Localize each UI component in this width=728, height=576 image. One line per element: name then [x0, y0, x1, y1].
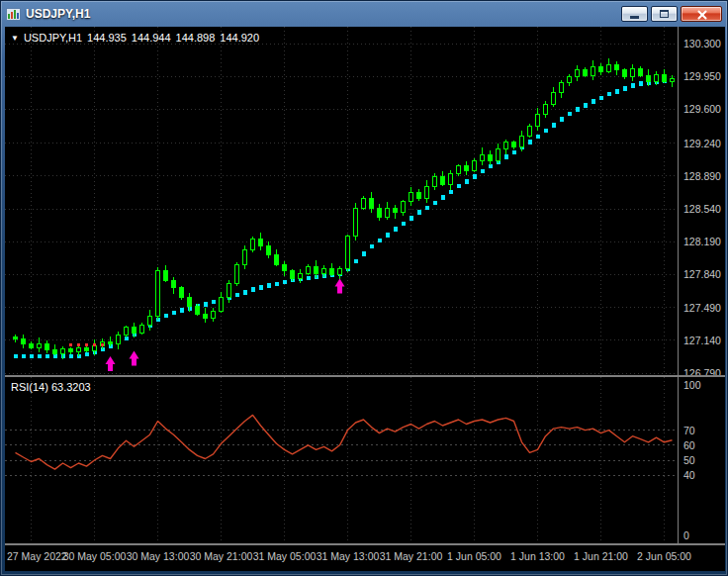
quote-close: 144.920: [220, 32, 259, 44]
price-axis-label: 128.540: [683, 203, 721, 215]
time-axis-label: 30 May 13:00: [127, 550, 190, 562]
window-controls: [618, 6, 722, 22]
price-axis-label: 130.300: [683, 38, 721, 49]
titlebar[interactable]: USDJPY,H1: [1, 1, 727, 27]
minimize-icon: [630, 16, 639, 19]
time-axis-label: 27 May 2022: [7, 550, 67, 562]
quote-open: 144.935: [87, 32, 127, 44]
time-axis-label: 30 May 05:00: [63, 550, 127, 562]
maximize-icon: [660, 10, 669, 18]
rsi-axis-label: 0: [683, 529, 689, 541]
price-axis-label: 129.600: [683, 103, 721, 115]
price-axis-label: 128.890: [683, 170, 721, 182]
rsi-axis-label: 40: [683, 469, 695, 481]
rsi-grid-layer: [5, 377, 678, 543]
price-axis-label: 127.840: [683, 268, 721, 280]
time-axis[interactable]: 27 May 202230 May 05:0030 May 13:0030 Ma…: [5, 545, 725, 571]
symbol-dropdown-icon[interactable]: ▼: [11, 33, 19, 44]
chart-area: ▼ USDJPY,H1 144.935 144.944 144.898 144.…: [5, 27, 725, 571]
signal-dots-layer: [69, 343, 104, 346]
minimize-button[interactable]: [621, 6, 648, 22]
price-axis-label: 129.240: [683, 138, 721, 149]
rsi-axis-label: 50: [683, 454, 695, 466]
time-axis-label: 31 May 05:00: [253, 550, 317, 562]
time-axis-label: 1 Jun 05:00: [447, 550, 501, 562]
time-axis-label: 30 May 21:00: [190, 550, 253, 562]
price-axis-label: 127.140: [683, 335, 721, 346]
window-title: USDJPY,H1: [26, 7, 90, 21]
rsi-axis-label: 70: [683, 425, 695, 436]
maximize-button[interactable]: [651, 6, 678, 22]
quote-low: 144.898: [176, 32, 216, 44]
price-axis-label: 129.950: [683, 70, 721, 82]
price-axis-label: 128.190: [683, 236, 721, 247]
time-axis-label: 1 Jun 21:00: [574, 550, 628, 562]
rsi-axis-label: 100: [683, 379, 701, 391]
rsi-plot: [5, 377, 678, 543]
quote-line: ▼ USDJPY,H1 144.935 144.944 144.898 144.…: [11, 32, 259, 44]
axis-separator: [678, 27, 679, 543]
time-axis-label: 31 May 21:00: [380, 550, 443, 562]
time-axis-label: 1 Jun 13:00: [510, 550, 565, 562]
price-axis-label: 127.490: [683, 302, 721, 314]
rsi-label: RSI(14) 63.3203: [11, 381, 91, 393]
close-button[interactable]: [681, 6, 722, 22]
time-axis-label: 31 May 13:00: [317, 550, 380, 562]
rsi-axis-label: 60: [683, 439, 695, 451]
price-plot: [5, 27, 678, 375]
time-axis-label: 2 Jun 05:00: [637, 550, 691, 562]
close-icon: [696, 9, 707, 20]
chart-window: USDJPY,H1 ▼ USDJPY,H1 144.935 144.944 14…: [0, 0, 728, 576]
quote-symbol: USDJPY,H1: [24, 32, 82, 44]
price-chart-pane[interactable]: ▼ USDJPY,H1 144.935 144.944 144.898 144.…: [5, 27, 725, 375]
trend-dots-layer: [14, 78, 676, 358]
app-icon: [6, 8, 21, 21]
rsi-line-layer: [16, 415, 673, 469]
rsi-pane[interactable]: RSI(14) 63.3203 100706050400: [5, 377, 725, 543]
quote-high: 144.944: [132, 32, 171, 44]
